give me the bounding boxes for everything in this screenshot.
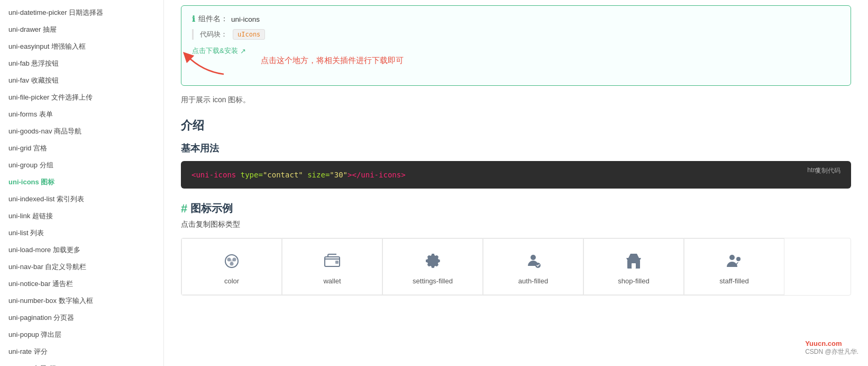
sidebar-item-uni-list[interactable]: uni-list 列表 — [0, 225, 163, 242]
sidebar-item-uni-group[interactable]: uni-group 分组 — [0, 157, 163, 174]
code-tag-open: <uni-icons — [191, 171, 241, 179]
svg-rect-6 — [335, 261, 339, 264]
sidebar-item-uni-datetime-picker[interactable]: uni-datetime-picker 日期选择器 — [0, 4, 163, 21]
icon-grid: color wallet settings-filled auth-filled… — [181, 238, 851, 296]
sidebar-item-uni-icons[interactable]: uni-icons 图标 — [0, 174, 163, 191]
icon-item-staff-filled[interactable]: staff-filled — [684, 238, 784, 295]
color-icon — [222, 252, 241, 271]
icon-item-settings-filled[interactable]: settings-filled — [382, 238, 483, 295]
icon-item-color[interactable]: color — [181, 238, 282, 295]
sidebar-item-uni-forms[interactable]: uni-forms 表单 — [0, 106, 163, 123]
annotation-text: 点击这个地方，将相关插件进行下载即可 — [261, 56, 404, 66]
sidebar-item-uni-nav-bar[interactable]: uni-nav-bar 自定义导航栏 — [0, 258, 163, 275]
staff-filled-icon — [725, 252, 744, 271]
sidebar-item-uni-goods-nav[interactable]: uni-goods-nav 商品导航 — [0, 123, 163, 140]
info-box-title: ℹ 组件名： uni-icons — [192, 14, 840, 24]
sidebar-item-uni-pagination[interactable]: uni-pagination 分页器 — [0, 309, 163, 326]
sidebar-item-uni-rate[interactable]: uni-rate 评分 — [0, 343, 163, 360]
icon-label-settings-filled: settings-filled — [413, 277, 453, 285]
hash-symbol: # — [181, 202, 187, 216]
sidebar-item-uni-drawer[interactable]: uni-drawer 抽屉 — [0, 21, 163, 38]
component-name-value: uni-icons — [231, 15, 260, 23]
basic-usage-heading: 基本用法 — [181, 142, 851, 155]
icons-section-title: # 图标示例 — [181, 201, 851, 216]
code-block: <uni-icons type="contact" size="30"></un… — [181, 161, 851, 189]
code-badge: uIcons — [233, 29, 265, 40]
info-icon: ℹ — [192, 14, 195, 24]
sidebar-item-uni-fab[interactable]: uni-fab 悬浮按钮 — [0, 55, 163, 72]
svg-point-7 — [531, 255, 536, 260]
icon-label-auth-filled: auth-filled — [518, 277, 548, 285]
wallet-icon — [323, 252, 342, 271]
code-row: 代码块： uIcons — [192, 29, 840, 40]
icon-item-wallet[interactable]: wallet — [282, 238, 382, 295]
settings-filled-icon — [423, 252, 442, 271]
sidebar-item-uni-row[interactable]: uni-row 布局-行 — [0, 360, 163, 366]
sidebar-item-uni-indexed-list[interactable]: uni-indexed-list 索引列表 — [0, 191, 163, 208]
sidebar-item-uni-fav[interactable]: uni-fav 收藏按钮 — [0, 72, 163, 89]
icon-label-wallet: wallet — [323, 277, 341, 285]
icon-label-color: color — [224, 277, 239, 285]
description-text: 用于展示 icon 图标。 — [181, 95, 851, 105]
icon-item-shop-filled[interactable]: shop-filled — [583, 238, 684, 295]
sidebar-item-uni-grid[interactable]: uni-grid 宫格 — [0, 140, 163, 157]
icon-item-auth-filled[interactable]: auth-filled — [483, 238, 583, 295]
sidebar-item-uni-file-picker[interactable]: uni-file-picker 文件选择上传 — [0, 89, 163, 106]
svg-rect-10 — [632, 263, 636, 269]
icons-heading: 图标示例 — [190, 201, 233, 216]
sidebar-item-uni-easyinput[interactable]: uni-easyinput 增强输入框 — [0, 38, 163, 55]
sidebar-item-uni-load-more[interactable]: uni-load-more 加载更多 — [0, 242, 163, 258]
main-content: ℹ 组件名： uni-icons 代码块： uIcons 点击下载&安装 ↗ 点… — [164, 0, 868, 366]
sidebar-item-uni-number-box[interactable]: uni-number-box 数字输入框 — [0, 292, 163, 309]
sidebar-item-uni-link[interactable]: uni-link 超链接 — [0, 208, 163, 225]
red-arrow-icon — [181, 50, 229, 77]
info-box: ℹ 组件名： uni-icons 代码块： uIcons 点击下载&安装 ↗ 点… — [181, 5, 851, 86]
svg-point-11 — [729, 255, 735, 260]
icon-label-staff-filled: staff-filled — [719, 277, 748, 285]
shop-filled-icon — [624, 252, 643, 271]
code-label: 代码块： — [200, 30, 227, 39]
annotation-area: 点击这个地方，将相关插件进行下载即可 — [192, 56, 840, 77]
auth-filled-icon — [524, 252, 543, 271]
intro-heading: 介绍 — [181, 118, 851, 133]
icon-label-shop-filled: shop-filled — [618, 277, 649, 285]
icons-subtitle: 点击复制图标类型 — [181, 220, 851, 229]
sidebar: uni-datetime-picker 日期选择器uni-drawer 抽屉un… — [0, 0, 164, 366]
component-name-label: 组件名： — [198, 14, 228, 24]
svg-point-12 — [736, 257, 741, 261]
copy-code-button[interactable]: 复制代码 — [812, 165, 844, 176]
sidebar-item-uni-notice-bar[interactable]: uni-notice-bar 通告栏 — [0, 275, 163, 292]
sidebar-item-uni-popup[interactable]: uni-popup 弹出层 — [0, 326, 163, 343]
